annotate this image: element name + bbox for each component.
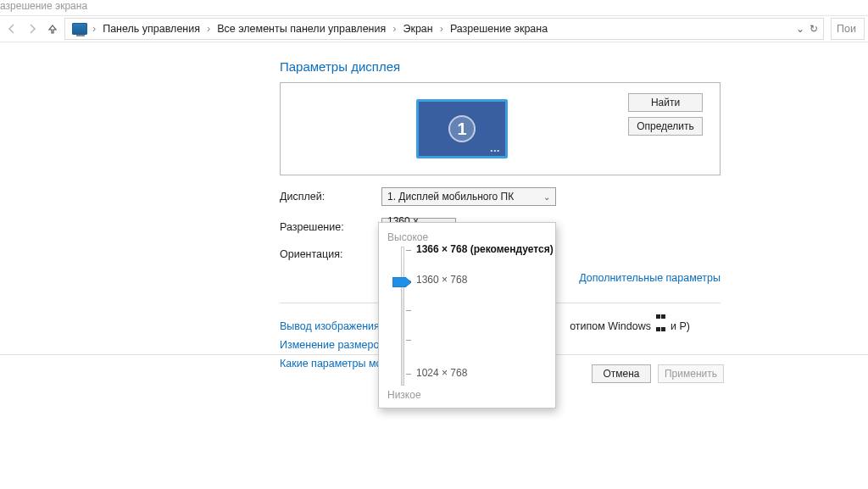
resolution-slider-popup: Высокое 1366 × 768 (рекомендуется) 1360 …	[378, 222, 556, 408]
chevron-right-icon: ›	[205, 23, 212, 35]
crumb-all-items[interactable]: Все элементы панели управления	[212, 23, 391, 35]
resolution-option[interactable]: 1360 × 768	[416, 274, 467, 286]
page-heading: Параметры дисплея	[280, 59, 868, 74]
monitor-thumbnail[interactable]: 1	[416, 99, 508, 158]
slider-tick	[406, 340, 411, 341]
forward-button[interactable]	[24, 20, 41, 37]
detect-button[interactable]: Определить	[628, 117, 703, 136]
advanced-settings-link[interactable]: Дополнительные параметры	[579, 272, 721, 284]
window-title: азрешение экрана	[0, 0, 868, 15]
chevron-right-icon: ›	[438, 23, 445, 35]
chevron-down-icon[interactable]: ⌄	[796, 23, 804, 35]
project-link[interactable]: Вывод изображения на	[280, 320, 394, 332]
chevron-down-icon: ⌄	[543, 192, 550, 202]
slider-tick	[406, 374, 411, 375]
up-button[interactable]	[44, 20, 61, 37]
navigation-bar: › Панель управления › Все элементы панел…	[0, 15, 868, 42]
monitor-number: 1	[448, 115, 476, 142]
chevron-right-icon: ›	[91, 23, 97, 35]
slider-thumb[interactable]	[392, 277, 411, 287]
search-input[interactable]: Пои	[831, 18, 865, 40]
orientation-label: Ориентация:	[280, 248, 381, 260]
display-dropdown[interactable]: 1. Дисплей мобильного ПК ⌄	[381, 187, 556, 206]
slider-high-label: Высокое	[387, 231, 550, 243]
apply-button[interactable]: Применить	[658, 364, 724, 383]
breadcrumb[interactable]: › Панель управления › Все элементы панел…	[64, 18, 824, 40]
display-preview: 1 Найти Определить	[280, 82, 721, 175]
crumb-control-panel[interactable]: Панель управления	[97, 23, 205, 35]
slider-tick	[406, 250, 411, 251]
resolution-option[interactable]: 1024 × 768	[416, 367, 467, 379]
cancel-button[interactable]: Отмена	[592, 364, 651, 383]
project-hint-suffix: и P)	[670, 320, 690, 332]
resolution-option-recommended[interactable]: 1366 × 768 (рекомендуется)	[416, 243, 554, 255]
crumb-display[interactable]: Экран	[398, 23, 437, 35]
display-label: Дисплей:	[280, 191, 381, 203]
slider-tick	[406, 310, 411, 311]
search-placeholder: Пои	[837, 23, 856, 35]
slider-low-label: Низкое	[387, 389, 421, 401]
project-hint-text: отипом Windows	[570, 320, 651, 332]
chevron-right-icon: ›	[391, 23, 398, 35]
resolution-label: Разрешение:	[280, 221, 381, 233]
windows-logo-icon	[656, 310, 666, 320]
resolution-slider[interactable]	[392, 247, 416, 386]
refresh-icon[interactable]: ↻	[810, 23, 818, 35]
display-selected: 1. Дисплей мобильного ПК	[387, 191, 514, 203]
back-button[interactable]	[3, 20, 20, 37]
slider-track	[401, 247, 404, 386]
crumb-resolution[interactable]: Разрешение экрана	[445, 23, 553, 35]
find-button[interactable]: Найти	[628, 93, 703, 112]
control-panel-icon	[72, 23, 87, 35]
